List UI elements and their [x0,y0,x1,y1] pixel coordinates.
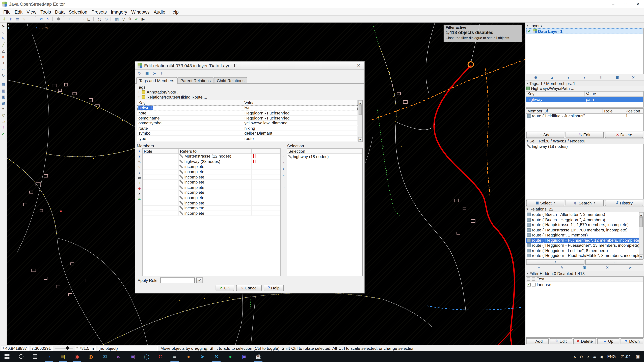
refers-to-column-header[interactable]: Refers to [178,149,252,154]
validator-icon[interactable]: ✔ [134,16,140,22]
filter-panel-icon[interactable]: ▽ [0,112,6,118]
tag-row[interactable]: note Heggidorn - Fuchsenried [137,111,358,116]
preset-expander-icon[interactable]: + [137,95,141,99]
generic-app-icon[interactable]: ▣ [126,351,140,362]
member-row[interactable]: incomplete [142,206,280,211]
menu-item[interactable]: Data [53,9,66,14]
filter-edit-button[interactable]: ✎Edit [550,338,572,344]
scroll-down-icon[interactable]: ▼ [358,137,362,142]
member-delete-icon[interactable]: ✕ [137,165,142,169]
menu-item[interactable]: Tools [38,9,53,14]
save-icon[interactable]: ▤ [14,16,21,22]
skype-icon[interactable]: S [210,351,224,362]
enabled-column-header[interactable] [527,277,530,281]
opera-icon[interactable]: O [154,351,168,362]
tags-preset-row[interactable]: Highways/Ways/Path ... [525,86,644,91]
member-row[interactable]: incomplete [142,169,280,175]
relation-item[interactable]: route ("Hauptstrasse 10", 760 members, i… [526,227,639,233]
notepad-icon[interactable]: ≡ [168,351,182,362]
filter-enabled-checkbox[interactable]: ✔ [527,283,531,286]
delete-tag-button[interactable]: ✕Delete [605,132,643,138]
menu-item[interactable]: Selection [66,9,89,14]
collapse-icon[interactable]: ▾ [526,81,528,85]
open-file-icon[interactable]: ▢ [28,16,34,22]
filter-toolbar-icon[interactable]: ▽ [120,16,126,22]
member-row[interactable]: highway (28 nodes) [142,159,280,164]
tag-row[interactable]: symbol gelber Diamant [137,131,358,136]
orange-app-icon[interactable]: ● [182,351,196,362]
scroll-thumb[interactable] [358,105,362,115]
select-button[interactable]: ▣Select [526,200,564,206]
member-reverse-icon[interactable]: ⇄ [137,176,142,180]
member-row[interactable]: incomplete [142,211,280,216]
tag-row[interactable]: type route [137,136,358,141]
toolbar-separator[interactable] [93,16,95,21]
selection-remove-icon[interactable]: − [281,178,286,183]
search-button[interactable]: ◎Search [566,200,604,206]
layers-panel-header[interactable]: ▾ Layers [525,23,644,28]
key-column-header[interactable]: Key [137,100,243,106]
menu-item[interactable]: Presets [90,9,109,14]
scroll-thumb[interactable] [640,217,643,227]
dialog-selection-header[interactable]: Selection [287,149,362,154]
edge-icon[interactable]: e [42,351,56,362]
globe-app-icon[interactable]: ◯ [140,351,154,362]
validator-panel-icon[interactable]: ✔ [0,131,6,137]
download-icon[interactable]: ⇓ [1,16,8,22]
discord-icon[interactable]: ▣ [238,351,252,362]
connectivity-column-header[interactable] [252,149,280,154]
layer-visibility-checkbox[interactable]: ✔ [527,29,531,33]
zoom-to-selection-icon[interactable]: ▭ [79,16,86,22]
delete-tool-icon[interactable]: ✕ [0,54,6,60]
selection-add-at-start-icon[interactable]: « [281,154,286,159]
toolbar-separator[interactable] [52,16,54,21]
tag-table-scrollbar[interactable]: ▲ ▼ [358,100,362,142]
relation-item[interactable]: route ("Heggidorn - Riedbach/Mühle", 8 m… [526,253,639,258]
slider-knob[interactable] [66,346,70,350]
menu-item[interactable]: File [1,9,12,14]
scroll-up-icon[interactable]: ▲ [358,100,362,105]
relation-add-icon[interactable]: + [536,265,542,270]
value-column-header[interactable]: Value [243,100,358,106]
preset-row[interactable]: + Relations/Routes/Hiking Route ... [137,94,363,99]
filter-hiding-checkbox[interactable] [532,283,536,286]
member-download-icon[interactable]: ⇓ [137,181,142,186]
member-remove-selected-icon[interactable]: ⊖ [137,186,142,191]
menu-item[interactable]: Windows [129,9,152,14]
member-edit-icon[interactable]: ✎ [137,160,142,164]
menu-item[interactable]: View [24,9,38,14]
start-button[interactable] [0,351,14,362]
layer-up-icon[interactable]: ▲ [549,75,555,80]
relation-item[interactable]: route ("Heggidorn", 1 member) [526,232,639,238]
hiding-column-header[interactable] [532,277,535,281]
layer-down-icon[interactable]: ▼ [566,75,571,80]
menu-item[interactable]: Imagery [109,9,129,14]
scroll-up-icon[interactable]: ▲ [639,212,643,217]
dialog-tab[interactable]: Child Relations [214,77,247,83]
membership-row[interactable]: route ("Leidiflue - Juchlishus"... 1 [526,113,643,118]
page-previous-button[interactable]: ‹ [526,259,584,265]
task-view-button[interactable] [28,351,42,362]
network-icon[interactable]: ≋ [591,351,598,362]
preferences-icon[interactable]: ✱ [56,16,62,22]
filter-panel-header[interactable]: ▾ Filter Hidden:0 Disabled:1,418 [525,271,644,276]
member-add-icon[interactable]: ⊕ [137,197,142,202]
role-column-header[interactable]: Role [142,149,179,154]
lasso-tool-icon[interactable]: ◌ [0,29,6,35]
key-column-header[interactable]: Key [526,91,585,97]
zoom-out-icon[interactable]: − [72,16,79,22]
download-members-icon[interactable]: ⇓ [159,70,165,76]
tags-panel-header[interactable]: ▾ Tags: 1 / Memberships: 1 [525,80,644,86]
tray-status-icon[interactable]: ⊙ [578,351,585,362]
apply-role-button[interactable]: ✔ [196,278,203,283]
member-row[interactable]: incomplete [142,175,280,180]
selection-item[interactable]: highway (18 nodes) [526,144,643,149]
mappaint-icon[interactable]: ✎ [127,16,133,22]
filter-delete-button[interactable]: ✕Delete [574,338,596,344]
menu-item[interactable]: Edit [12,9,24,14]
relation-item[interactable]: route ("Buech - Allenlüften", 3 members) [526,212,639,217]
member-row[interactable]: incomplete [142,190,280,195]
select-relation-icon[interactable]: ➤ [152,70,157,76]
spotify-icon[interactable]: ● [224,351,237,362]
page-next-button[interactable]: › [585,259,643,265]
